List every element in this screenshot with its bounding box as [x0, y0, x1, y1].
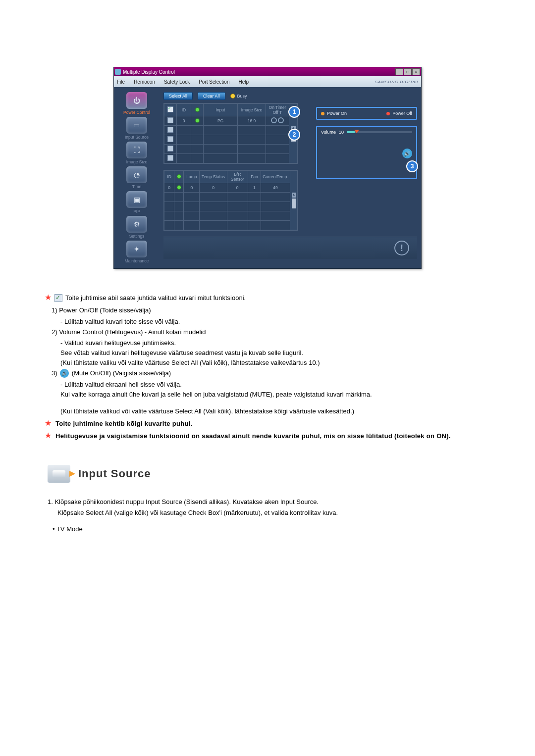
power-box: Power On Power Off [316, 107, 417, 120]
row-checkbox[interactable] [167, 155, 173, 161]
header-checkbox[interactable] [167, 106, 173, 112]
sidebar-item-image-size[interactable]: ⛶ Image Size [126, 142, 148, 164]
maximize-button[interactable]: □ [404, 68, 412, 75]
item-3-pre: 3) [52, 369, 57, 377]
sidebar: ⏻ Power Control ▭ Input Source ⛶ Image S… [114, 87, 160, 268]
item-1a: - Lülitab valitud kuvari toite sisse või… [60, 317, 490, 327]
maintenance-icon: ✦ [126, 241, 147, 257]
item-3b: Kui valite korraga ainult ühe kuvari ja … [60, 390, 490, 400]
busy-indicator: Busy [230, 94, 247, 99]
power-icon: ⏻ [126, 92, 147, 109]
close-button[interactable]: × [412, 68, 420, 75]
callout-1: 1 [288, 106, 300, 118]
busy-led-icon [230, 94, 235, 99]
note-1: Toite juhtimine kehtib kõigi kuvarite pu… [55, 419, 193, 429]
item-2b: See võtab valitud kuvari helitugevuse vä… [60, 349, 490, 358]
cell-id: 0 [177, 116, 191, 126]
callout-3: 3 [406, 160, 418, 172]
col-timer: On Timer Off T [266, 104, 289, 116]
cell-input: PC [204, 116, 238, 126]
sidebar-item-pip[interactable]: ▣ PIP [126, 191, 147, 214]
section-title: Input Source [78, 466, 151, 482]
time-icon: ◔ [126, 166, 147, 183]
image-size-icon: ⛶ [126, 142, 147, 158]
timer-ring-icon [271, 117, 277, 123]
table-row[interactable]: 0 PC 16:9 [164, 116, 298, 126]
menu-safety-lock[interactable]: Safety Lock [164, 79, 190, 85]
item-1: 1) Power On/Off (Toide sisse/välja) [52, 306, 490, 315]
menu-remocon[interactable]: Remocon [134, 79, 155, 85]
item-3a: - Lülitab valitud ekraani heli sisse või… [60, 380, 490, 390]
projector-icon [48, 465, 70, 483]
sidebar-item-settings[interactable]: ⚙ Settings [126, 216, 147, 239]
timer-ring-icon [278, 117, 284, 123]
table-row[interactable]: 0 0 0 0 1 49 [164, 183, 298, 193]
col-fan: Fan [248, 171, 261, 183]
row-checkbox[interactable] [167, 146, 173, 151]
cell-fan: 1 [248, 183, 261, 193]
menu-file[interactable]: File [117, 79, 125, 85]
status-table: ID Lamp Temp.Status B/R Sensor Fan Curre… [163, 170, 298, 231]
sidebar-item-label: Input Source [125, 135, 149, 140]
power-dot-icon [195, 118, 200, 123]
clear-all-button[interactable]: Clear All [198, 92, 225, 100]
cell-image-size: 16:9 [238, 116, 266, 126]
sidebar-item-label: Maintenance [125, 258, 149, 263]
col-lamp: Lamp [184, 171, 200, 183]
menubar: File Remocon Safety Lock Port Selection … [114, 76, 421, 87]
cell-br: 0 [227, 183, 248, 193]
sidebar-item-input-source[interactable]: ▭ Input Source [125, 117, 149, 140]
cell-cur-temp: 49 [261, 183, 290, 193]
menu-port-selection[interactable]: Port Selection [199, 79, 229, 85]
power-off-button[interactable]: Power Off [386, 111, 412, 116]
main-panel: Select All Clear All Busy ID Inpu [160, 87, 421, 268]
scrollbar[interactable]: ▲ [290, 171, 297, 230]
cell-temp-status: 0 [200, 183, 227, 193]
item-3-post: (Mute On/Off) (Vaigista sisse/välja) [72, 369, 171, 377]
settings-icon: ⚙ [126, 216, 147, 233]
volume-value: 10 [339, 130, 344, 135]
select-all-button[interactable]: Select All [163, 92, 193, 100]
power-on-dot-icon [321, 112, 324, 115]
sidebar-item-label: Power Control [123, 110, 150, 115]
col-input: Input [204, 104, 238, 116]
bullet-1: 1. Klõpsake põhiikoonidest nuppu Input S… [48, 498, 490, 507]
sidebar-item-power-control[interactable]: ⏻ Power Control [123, 92, 150, 115]
note-2: Helitugevuse ja vaigistamise funktsiooni… [55, 432, 451, 441]
minimize-button[interactable]: _ [395, 68, 403, 75]
item-2: 2) Volume Control (Helitugevus) - Ainult… [52, 328, 490, 337]
checkbox-icon [54, 294, 62, 302]
star-icon: ★ [45, 419, 52, 429]
mute-icon[interactable]: 🔊 [402, 149, 412, 158]
window-title: Multiple Display Control [123, 69, 175, 75]
app-icon [115, 69, 121, 75]
power-on-button[interactable]: Power On [321, 111, 347, 116]
row-checkbox[interactable] [167, 117, 173, 123]
volume-label: Volume [321, 130, 336, 135]
sidebar-item-maintenance[interactable]: ✦ Maintenance [125, 241, 149, 263]
menu-help[interactable]: Help [238, 79, 249, 85]
sidebar-item-time[interactable]: ◔ Time [126, 166, 147, 189]
power-status-icon [177, 174, 181, 179]
tv-mode: • TV Mode [53, 525, 490, 534]
item-3: 3) 🔊 (Mute On/Off) (Vaigista sisse/välja… [52, 369, 490, 378]
col-br-sensor: B/R Sensor [227, 171, 248, 183]
volume-slider[interactable] [347, 131, 412, 133]
col-current-temp: CurrentTemp. [261, 171, 290, 183]
item-3c: (Kui tühistate valikud või valite väärtu… [60, 407, 490, 416]
item-2c: (Kui tühistate valiku või valite väärtus… [60, 358, 490, 368]
col-id2: ID [164, 171, 174, 183]
col-temp-status: Temp.Status [200, 171, 227, 183]
bullet-1a: Klõpsake Select All (valige kõik) või ka… [57, 508, 490, 518]
col-id: ID [177, 104, 191, 116]
row-checkbox[interactable] [167, 127, 173, 133]
cell-id2: 0 [164, 183, 174, 193]
sidebar-item-label: Image Size [126, 159, 148, 164]
col-image-size: Image Size [238, 104, 266, 116]
power-dot-icon [177, 185, 181, 190]
brand-label: SAMSUNG DIGITall [375, 80, 418, 84]
row-checkbox[interactable] [167, 136, 173, 142]
power-off-label: Power Off [392, 111, 412, 116]
status-bar: ! [163, 237, 417, 259]
item-2a: - Valitud kuvari helitugevuse juhtimisek… [60, 339, 490, 348]
